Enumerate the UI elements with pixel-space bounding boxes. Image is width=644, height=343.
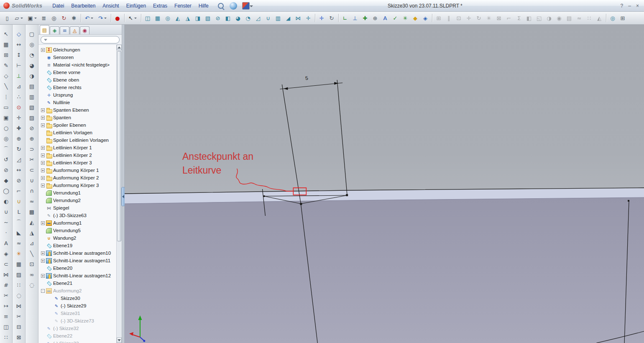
quick-snaps-tool[interactable]: ∴ [14, 92, 24, 102]
tree-item[interactable]: + Spoiler Ebenen [39, 121, 116, 129]
smart-dimension-tool[interactable]: ◇ [14, 29, 24, 39]
assembly-features-button[interactable]: ◭ [594, 13, 604, 23]
shell-button[interactable]: ∪ [263, 13, 273, 23]
mass-properties-button[interactable]: Σ [514, 13, 524, 23]
sketch-fillet-tool[interactable]: ⌒ [14, 217, 24, 227]
tree-item[interactable]: Wandung2 [39, 234, 116, 242]
tree-item[interactable]: Ebene22 [39, 332, 116, 340]
pattern-component-button[interactable]: ∷ [584, 13, 594, 23]
sketch-chamfer-tool[interactable]: ◣ [14, 228, 24, 238]
tree-expander[interactable] [41, 206, 45, 210]
tangent-arc-tool[interactable]: ↺ [1, 154, 11, 164]
erase-tool[interactable]: ✂ [14, 311, 24, 321]
area-hatch-tool[interactable]: ▨ [14, 269, 24, 279]
graphics-area[interactable]: 5 Ansteckpunkt an Leitkurve [125, 25, 644, 343]
zoom-area-button[interactable]: ◱ [534, 13, 544, 23]
sketch-pattern-tool[interactable]: ∷ [14, 280, 24, 290]
tree-expander[interactable]: + [41, 146, 45, 150]
add-relation-button[interactable]: ∟ [340, 13, 350, 23]
mate-button[interactable]: ∥ [444, 13, 454, 23]
extend-surface-tool[interactable]: ⊃ [27, 144, 37, 154]
exploded-view-button[interactable]: ✳ [484, 13, 494, 23]
sketch-point[interactable] [263, 195, 265, 197]
scroll-thumb[interactable] [117, 51, 121, 241]
revolved-cut-button[interactable]: ⊘ [213, 13, 223, 23]
swept-cut-button[interactable]: ◧ [223, 13, 233, 23]
reference-geometry-button[interactable]: ✛ [303, 13, 313, 23]
text-note-button[interactable]: A [380, 13, 390, 23]
tree-item[interactable]: + Spanten Ebenen [39, 106, 116, 114]
tree-item[interactable]: Verrundung2 [39, 197, 116, 204]
tree-expander[interactable]: + [41, 176, 45, 180]
scale-entities-tool[interactable]: ◿ [14, 154, 24, 164]
propertymanager-tab[interactable]: ◈ [50, 26, 59, 34]
tree-expander[interactable] [49, 312, 52, 315]
displaymanager-tab[interactable]: ◉ [80, 26, 89, 34]
tree-item[interactable]: Ebene rechts [39, 84, 116, 91]
planar-surface-tool[interactable]: ▥ [27, 92, 37, 102]
tree-item[interactable]: + Gleichungen [39, 46, 116, 54]
tree-expander[interactable] [41, 86, 45, 90]
insert-component-button[interactable]: ⊞ [434, 13, 444, 23]
chamfer-button[interactable]: ◿ [253, 13, 263, 23]
save-button[interactable]: ▣ [26, 13, 39, 23]
move-component-button[interactable]: ✛ [464, 13, 474, 23]
tree-expander[interactable] [49, 304, 52, 308]
vertical-dimension-tool[interactable]: ↕ [14, 50, 24, 60]
tree-expander[interactable] [41, 138, 45, 142]
tree-expander[interactable] [41, 78, 45, 82]
select-button[interactable]: ↖ [126, 13, 139, 23]
scene-button[interactable]: ▤ [564, 13, 574, 23]
menu-bearbeiten[interactable]: Bearbeiten [68, 1, 99, 10]
dimension-value-label[interactable]: 5 [305, 75, 308, 82]
tree-item[interactable]: Leitlinien Vorlagen [39, 129, 116, 136]
curvature-display-tool[interactable]: ≈ [27, 196, 37, 206]
display-relations-button[interactable]: ⊥ [350, 13, 360, 23]
featuremanager-tab[interactable]: ▤ [40, 25, 49, 34]
tree-item[interactable]: + Spanten [39, 114, 116, 121]
tree-item[interactable]: + Leitlinien Körper 3 [39, 159, 116, 166]
offset-surface-tool[interactable]: ▧ [27, 102, 37, 112]
3d-sketch-tool[interactable]: ✎ [1, 60, 11, 70]
search-icon[interactable] [217, 2, 225, 10]
scroll-down-button[interactable] [117, 338, 122, 343]
display-relations-tool[interactable]: ⊿ [14, 81, 24, 91]
boundary-boss-button[interactable]: ◨ [193, 13, 203, 23]
quick-snaps-button[interactable]: ⊕ [370, 13, 380, 23]
tree-expander[interactable] [41, 342, 45, 343]
tree-item[interactable]: Verrundung1 [39, 189, 116, 197]
revolved-surface-tool[interactable]: ◎ [27, 39, 37, 49]
select-tool[interactable]: ↖ [1, 29, 11, 39]
sketch-picture-tool[interactable]: ▦ [14, 259, 24, 269]
tree-item[interactable]: Ebene21 [39, 279, 116, 287]
sketch-on-plane-tool[interactable]: ◇ [1, 71, 11, 81]
tree-item[interactable]: Ebene19 [39, 242, 116, 249]
offset-entities-tool[interactable]: ≡ [1, 311, 11, 321]
sketch-point[interactable] [300, 203, 302, 205]
delete-face-tool[interactable]: ⊘ [27, 123, 37, 133]
extruded-cut-button[interactable]: ▧ [203, 13, 213, 23]
thicken-tool[interactable]: ∩ [27, 186, 37, 196]
tree-item[interactable]: + Leitlinien Körper 2 [39, 151, 116, 159]
spell-check-button[interactable]: ✓ [390, 13, 400, 23]
project-curve-tool[interactable]: ⊡ [27, 259, 37, 269]
split-entities-tool[interactable]: ⊘ [14, 175, 24, 185]
smart-fastener-button[interactable]: ⊡ [454, 13, 464, 23]
sketch-copy-tool[interactable]: ⊞ [1, 50, 11, 60]
trim-entities-tool[interactable]: ✂ [1, 290, 11, 300]
interference-detection-button[interactable]: ⊠ [494, 13, 504, 23]
tree-expander[interactable] [41, 214, 45, 218]
mirror-entities-tool[interactable]: ◫ [1, 322, 11, 332]
circle-tool[interactable]: ○ [1, 123, 11, 133]
three-point-arc-tool[interactable]: ⊘ [1, 165, 11, 175]
curvature-button[interactable]: ≈ [574, 13, 584, 23]
ruled-surface-tool[interactable]: ▨ [27, 113, 37, 123]
tree-item[interactable]: (-) 3D-Skizze73 [39, 317, 116, 325]
new-document-button[interactable]: ▯ [2, 13, 12, 23]
convert-entities-tool[interactable]: ⊂ [1, 259, 11, 269]
intersection-curve-tool[interactable]: ⋈ [1, 269, 11, 279]
section-view-button[interactable]: ◧ [524, 13, 534, 23]
point-tool[interactable]: · [1, 228, 11, 238]
measure-button[interactable]: ⌐ [504, 13, 514, 23]
copy-entities-tool[interactable]: ⊕ [14, 133, 24, 143]
